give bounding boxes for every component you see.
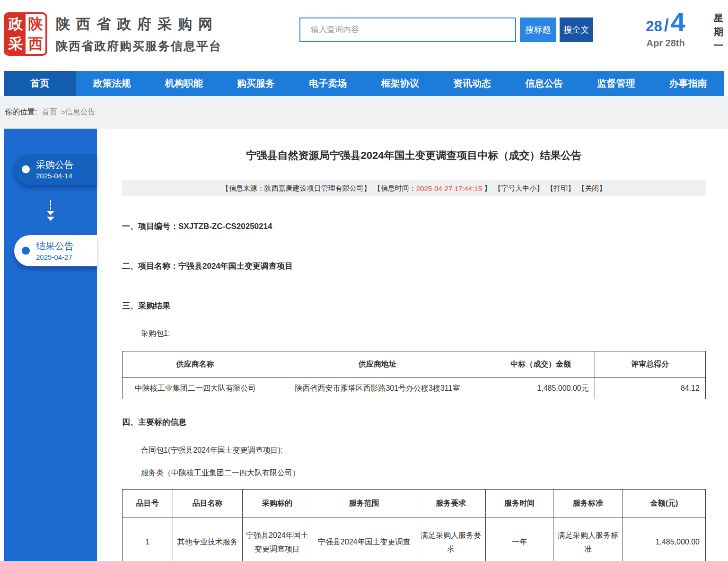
column-header: 品目号 [123,490,173,517]
nav-item-purchase-services[interactable]: 购买服务 [220,71,292,96]
breadcrumb-home-link[interactable]: 首页 [42,107,57,117]
column-header: 评审总得分 [595,351,705,378]
breadcrumb-label: 你的位置: [5,107,37,117]
site-header: 政 陕 采 西 陕西省政府采购网 陕西省政府购买服务信息平台 搜标题 搜全文 2… [0,0,728,71]
nav-item-policy[interactable]: 政策法规 [76,71,148,96]
page: 政 陕 采 西 陕西省政府采购网 陕西省政府购买服务信息平台 搜标题 搜全文 2… [0,0,728,561]
service-requirement-cell: 满足采购人服务要求 [416,517,486,561]
service-scope-cell: 宁强县2024年国土变更调查 [312,517,416,561]
fontsize-label: 【字号 [494,184,515,193]
column-header: 品目名称 [173,490,242,517]
items-table: 品目号 品目名称 采购标的 服务范围 服务要求 服务时间 服务标准 金额(元) … [122,489,706,561]
info-time-value: 2025-04-27 17:44:15 [416,184,482,193]
article-title: 宁强县自然资源局宁强县2024年国土变更调查项目中标（成交）结果公告 [122,149,706,163]
award-amount-cell: 1,485,000.00元 [487,378,595,399]
search-bar: 搜标题 搜全文 [299,18,593,42]
item-no-cell: 1 [123,517,173,561]
section-label: 一、项目编号： [122,222,178,231]
date-month: 4 [671,9,685,36]
column-header: 服务时间 [486,490,553,517]
search-fulltext-button[interactable]: 搜全文 [560,18,593,42]
fontsize-suffix: 】 [536,184,544,193]
package-line: 采购包1: [141,329,706,339]
down-arrow-icon [4,200,97,221]
nav-item-framework[interactable]: 框架协议 [364,71,436,96]
nav-item-news[interactable]: 资讯动态 [436,71,508,96]
column-header: 服务标准 [553,490,623,517]
bullet-dot-icon [22,247,30,255]
article-info-bar: 【信息来源：陕西嘉唐建设项目管理有限公司】 【信息时间： 2025-04-27 … [122,180,706,196]
site-subtitle: 陕西省政府购买服务信息平台 [56,38,222,54]
sidebar-item-date: 2025-04-14 [36,172,97,180]
supplier-name-cell: 中陕核工业集团二一四大队有限公司 [123,378,268,399]
nav-item-home[interactable]: 首页 [4,71,76,96]
logo-char: 政 [6,14,26,34]
column-header: 金额(元) [623,490,706,517]
table-header-row: 供应商名称 供应商地址 中标（成交）金额 评审总得分 [123,351,706,378]
supplier-address-cell: 陕西省西安市雁塔区西影路301号办公楼3楼311室 [268,378,487,399]
result-table: 供应商名称 供应商地址 中标（成交）金额 评审总得分 中陕核工业集团二一四大队有… [122,351,706,399]
breadcrumb-separator: > [61,108,65,117]
info-time-suffix: 】 [482,184,491,193]
column-header: 供应商名称 [123,351,268,378]
table-header-row: 品目号 品目名称 采购标的 服务范围 服务要求 服务时间 服务标准 金额(元) [123,490,706,517]
project-name-value: 宁强县2024年国土变更调查项目 [178,262,293,271]
date-numeric: 28 / 4 Apr 28th [646,9,685,53]
section-main-subject-info: 四、主要标的信息 [122,417,706,428]
print-button[interactable]: 【打印】 [546,184,575,193]
column-header: 服务要求 [416,490,486,517]
section-project-name: 二、项目名称：宁强县2024年国土变更调查项目 [122,261,706,272]
content-area: 采购公告 2025-04-14 结果公告 2025-04-27 宁强县自然资源局… [0,129,728,561]
fontsize-small-button[interactable]: 小 [529,184,536,193]
nav-item-functions[interactable]: 机构职能 [148,71,220,96]
nav-item-e-market[interactable]: 电子卖场 [292,71,364,96]
breadcrumb: 你的位置: 首页 > 信息公告 [0,96,728,129]
review-score-cell: 84.12 [595,378,705,399]
table-row: 中陕核工业集团二一四大队有限公司 陕西省西安市雁塔区西影路301号办公楼3楼31… [123,378,706,399]
info-time-prefix: 【信息时间： [374,184,416,193]
section-project-number: 一、项目编号：SXJTZB-ZC-CS20250214 [122,221,706,232]
announcement-timeline-sidebar: 采购公告 2025-04-14 结果公告 2025-04-27 [4,129,97,561]
service-duration-cell: 一年 [486,517,553,561]
section-label: 二、项目名称： [122,262,178,271]
info-source: 【信息来源：陕西嘉唐建设项目管理有限公司】 [222,184,371,193]
site-logo-icon: 政 陕 采 西 [4,12,47,56]
logo-char: 采 [6,34,26,54]
section-procurement-result: 三、采购结果 [122,300,706,311]
project-number-value: SXJTZB-ZC-CS20250214 [178,222,272,231]
column-header: 供应商地址 [268,351,487,378]
date-weekday: 星期一 [713,11,724,53]
fontsize-medium-button[interactable]: 中 [522,184,529,193]
fontsize-large-button[interactable]: 大 [515,184,522,193]
date-day: 28 [646,18,662,35]
nav-item-supervision[interactable]: 监督管理 [580,71,652,96]
sidebar-item-date: 2025-04-27 [36,253,97,261]
column-header: 采购标的 [242,490,312,517]
date-english: Apr 28th [646,38,685,49]
site-title: 陕西省政府采购网 [56,15,222,34]
logo-char: 陕 [26,14,45,34]
service-standard-cell: 满足采购人服务标准 [553,517,623,561]
article: 宁强县自然资源局宁强县2024年国土变更调查项目中标（成交）结果公告 【信息来源… [97,129,728,561]
table-row: 1 其他专业技术服务 宁强县2024年国土变更调查项目 宁强县2024年国土变更… [123,517,706,561]
procurement-target-cell: 宁强县2024年国土变更调查项目 [242,517,312,561]
main-nav: 首页 政策法规 机构职能 购买服务 电子卖场 框架协议 资讯动态 信息公告 监督… [4,71,724,96]
sidebar-item-procurement-announcement[interactable]: 采购公告 2025-04-14 [14,154,97,185]
brand-text: 陕西省政府采购网 陕西省政府购买服务信息平台 [56,15,222,54]
service-category-line: 服务类（中陕核工业集团二一四大队有限公司） [141,468,706,478]
sidebar-item-result-announcement[interactable]: 结果公告 2025-04-27 [14,235,97,266]
nav-item-guide[interactable]: 办事指南 [652,71,724,96]
date-widget: 28 / 4 Apr 28th 星期一 [646,9,724,53]
close-button[interactable]: 【关闭】 [578,184,606,193]
brand: 政 陕 采 西 陕西省政府采购网 陕西省政府购买服务信息平台 [4,12,222,56]
bullet-dot-icon [22,166,30,174]
item-amount-cell: 1,485,000.00 [623,517,706,561]
search-input[interactable] [299,18,516,42]
breadcrumb-current-link[interactable]: 信息公告 [65,107,96,117]
column-header: 服务范围 [312,490,416,517]
contract-package-line: 合同包1(宁强县2024年国土变更调查项目): [141,446,706,456]
search-title-button[interactable]: 搜标题 [520,18,556,42]
item-name-cell: 其他专业技术服务 [173,517,242,561]
column-header: 中标（成交）金额 [487,351,595,378]
nav-item-announcements[interactable]: 信息公告 [508,71,580,96]
